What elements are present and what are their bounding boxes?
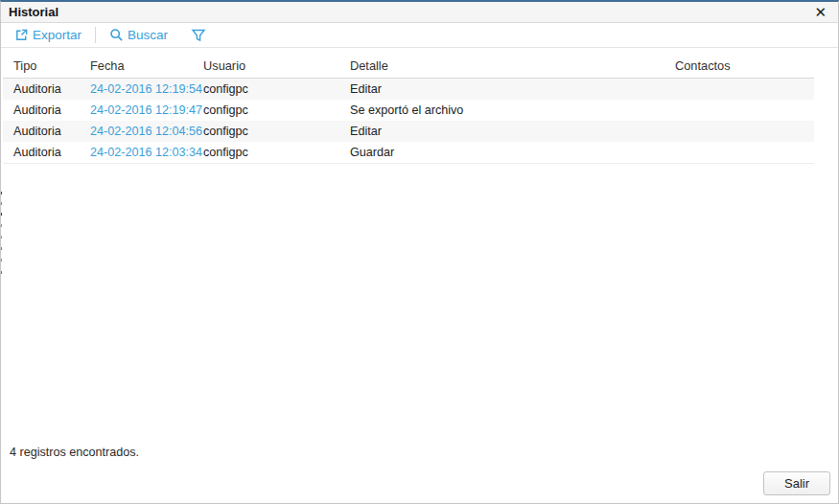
filter-button[interactable] — [191, 28, 206, 43]
cell-detalle: Editar — [350, 125, 675, 138]
cell-detalle: Editar — [350, 82, 675, 96]
table-row[interactable]: Auditoria 24-02-2016 12:19:47 hs configp… — [3, 100, 814, 121]
cell-usuario: configpc — [203, 82, 350, 96]
cell-tipo: Auditoria — [3, 103, 90, 117]
date-link[interactable]: 24-02-2016 12:19:54 hs — [90, 82, 203, 96]
cell-tipo: Auditoria — [3, 125, 90, 138]
cell-usuario: configpc — [203, 146, 350, 159]
cell-tipo: Auditoria — [3, 146, 90, 159]
table-body: Auditoria 24-02-2016 12:19:54 hs configp… — [3, 79, 814, 164]
titlebar: Historial ✕ — [1, 2, 838, 23]
table-row[interactable]: Auditoria 24-02-2016 12:03:34 hs configp… — [3, 142, 814, 163]
cell-detalle: Se exportó el archivo — [350, 103, 675, 117]
record-count-status: 4 registros encontrados. — [10, 446, 139, 459]
background-window-artifacts — [0, 192, 2, 274]
date-link[interactable]: 24-02-2016 12:03:34 hs — [90, 146, 203, 159]
column-header-detalle[interactable]: Detalle — [350, 58, 675, 73]
search-button[interactable]: Buscar — [109, 28, 168, 42]
cell-usuario: configpc — [203, 125, 350, 138]
exit-button[interactable]: Salir — [763, 471, 830, 495]
column-header-tipo[interactable]: Tipo — [3, 58, 90, 73]
table-row[interactable]: Auditoria 24-02-2016 12:04:56 hs configp… — [3, 121, 814, 142]
export-icon — [14, 28, 29, 42]
column-header-fecha[interactable]: Fecha — [90, 58, 203, 73]
table-row[interactable]: Auditoria 24-02-2016 12:19:54 hs configp… — [3, 79, 814, 100]
cell-usuario: configpc — [203, 103, 350, 117]
toolbar: Exportar Buscar — [1, 23, 838, 48]
close-icon[interactable]: ✕ — [812, 5, 828, 19]
date-link[interactable]: 24-02-2016 12:04:56 hs — [90, 125, 203, 138]
search-icon — [109, 28, 124, 42]
funnel-icon — [191, 28, 206, 43]
cell-tipo: Auditoria — [3, 82, 90, 96]
search-label: Buscar — [128, 28, 168, 42]
history-table: Tipo Fecha Usuario Detalle Contactos Aud… — [3, 48, 814, 164]
export-label: Exportar — [33, 28, 82, 42]
toolbar-separator — [95, 27, 96, 43]
export-button[interactable]: Exportar — [14, 28, 82, 42]
column-header-usuario[interactable]: Usuario — [203, 58, 350, 73]
dialog-title: Historial — [9, 5, 58, 19]
column-header-contactos[interactable]: Contactos — [675, 58, 814, 73]
historial-dialog: Historial ✕ Exportar Buscar — [0, 0, 839, 504]
cell-detalle: Guardar — [350, 146, 675, 159]
table-header-row: Tipo Fecha Usuario Detalle Contactos — [3, 54, 814, 79]
date-link[interactable]: 24-02-2016 12:19:47 hs — [90, 103, 203, 117]
